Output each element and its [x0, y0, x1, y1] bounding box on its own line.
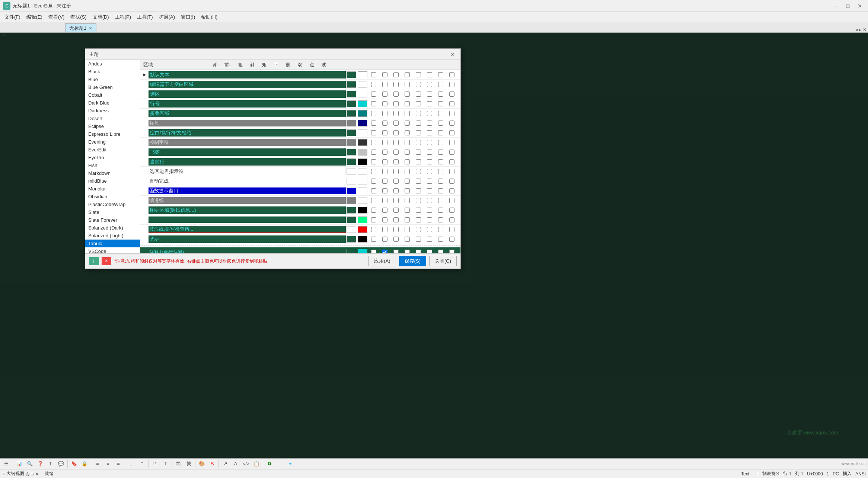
cb-double-gutter[interactable] — [425, 207, 434, 214]
dialog-close-icon[interactable]: ✕ — [449, 50, 457, 58]
close-dialog-button[interactable]: 关闭(C) — [429, 256, 457, 266]
cb-double-sel[interactable] — [425, 91, 434, 97]
cb-strike-ctrl[interactable] — [414, 139, 423, 146]
cb-rect-funcwin[interactable] — [391, 187, 401, 194]
cb-strike-selborder[interactable] — [414, 168, 423, 175]
toolbar-para[interactable]: P — [150, 459, 160, 468]
cb-wave-lineno[interactable] — [447, 100, 457, 107]
cb-strike-curline[interactable] — [414, 158, 423, 165]
theme-item-slateforever[interactable]: Slate Forever — [85, 216, 140, 224]
swatch-editorblank-bg[interactable] — [347, 81, 356, 88]
cb-wave-indent[interactable] — [447, 197, 457, 204]
toolbar-code[interactable]: </> — [241, 459, 251, 468]
cb-rect-comment1[interactable] — [391, 249, 401, 254]
toolbar-simplified[interactable]: 简 — [173, 459, 183, 468]
cb-italic-sel[interactable] — [380, 91, 390, 97]
cb-rect-waveline[interactable] — [391, 226, 401, 233]
swatch-editorblank-fg[interactable] — [358, 81, 367, 88]
swatch-gutter-fg[interactable] — [358, 207, 367, 214]
cb-dot-default[interactable] — [436, 71, 446, 78]
tab-close-button[interactable]: ✕ — [89, 26, 92, 31]
menu-doc[interactable]: 文档(D) — [90, 13, 112, 22]
menu-find[interactable]: 查找(S) — [67, 13, 89, 22]
cb-rect-editorblank[interactable] — [391, 81, 401, 88]
swatch-comment1-bg[interactable] — [347, 249, 356, 254]
theme-item-blue[interactable]: Blue — [85, 76, 140, 83]
cb-dot-gutter[interactable] — [436, 207, 446, 214]
cb-bold-ctrl[interactable] — [369, 139, 379, 146]
swatch-waveline-fg[interactable] — [358, 226, 367, 233]
menu-edit[interactable]: 编辑(E) — [23, 13, 45, 22]
cb-under-waveline[interactable] — [402, 226, 412, 233]
cb-italic-autocomplete[interactable] — [380, 178, 390, 185]
cb-bold-curline[interactable] — [369, 158, 379, 165]
cb-wave-ctrl[interactable] — [447, 139, 457, 146]
cb-bold-comment1[interactable] — [369, 249, 379, 254]
cb-double-ctrl[interactable] — [425, 139, 434, 146]
toolbar-align-left[interactable]: ≡ — [93, 459, 102, 468]
cb-wave-funcwin[interactable] — [447, 187, 457, 194]
theme-item-darkness[interactable]: Darkness — [85, 107, 140, 115]
swatch-indent-bg[interactable] — [347, 197, 356, 204]
cb-double-default[interactable] — [425, 71, 434, 78]
toolbar-align-center[interactable]: ≡ — [103, 459, 113, 468]
status-close[interactable]: ✕ — [35, 471, 39, 477]
theme-item-solarized-light[interactable]: Solarized (Light) — [85, 232, 140, 240]
save-button[interactable]: 保存(S) — [399, 256, 426, 266]
cb-under-extra[interactable] — [402, 216, 412, 223]
toolbar-search[interactable]: 🔍 — [25, 459, 35, 468]
cb-wave-waveline[interactable] — [447, 226, 457, 233]
cb-bold-funcwin[interactable] — [369, 187, 379, 194]
menu-view[interactable]: 查看(V) — [45, 13, 67, 22]
cb-under-bmark[interactable] — [402, 149, 412, 155]
cb-strike-bmark[interactable] — [414, 149, 423, 155]
theme-item-fish[interactable]: Fish — [85, 161, 140, 169]
cb-strike-fold[interactable] — [414, 110, 423, 117]
toolbar-quote-open[interactable]: „ — [127, 459, 136, 468]
swatch-selborder-bg[interactable] — [347, 168, 356, 175]
cb-dot-fold[interactable] — [436, 110, 446, 117]
toolbar-recycle[interactable]: ♻ — [265, 459, 274, 468]
cb-rect-curline[interactable] — [391, 158, 401, 165]
cb-italic-bmark[interactable] — [380, 149, 390, 155]
close-button[interactable]: ✕ — [855, 2, 865, 10]
theme-item-desert[interactable]: Desert — [85, 115, 140, 122]
cb-under-gutter[interactable] — [402, 207, 412, 214]
cb-wave-default[interactable] — [447, 71, 457, 78]
cb-bold-space[interactable] — [369, 129, 379, 136]
cb-strike-default[interactable] — [414, 71, 423, 78]
theme-item-solarized-dark[interactable]: Solarized (Dark) — [85, 224, 140, 232]
cb-bold-lineno[interactable] — [369, 100, 379, 107]
cb-wave-space[interactable] — [447, 129, 457, 136]
cb-italic-cursor[interactable] — [380, 236, 390, 243]
cb-italic-indent[interactable] — [380, 197, 390, 204]
toolbar-text[interactable]: T — [46, 459, 55, 468]
cb-under-funcwin[interactable] — [402, 187, 412, 194]
theme-item-black[interactable]: Black — [85, 68, 140, 76]
cb-bold-indent[interactable] — [369, 197, 379, 204]
cb-bold-ruler[interactable] — [369, 120, 379, 126]
cb-strike-sel[interactable] — [414, 91, 423, 97]
swatch-lineno-fg[interactable] — [358, 100, 367, 107]
cb-bold-gutter[interactable] — [369, 207, 379, 214]
swatch-waveline-bg[interactable] — [347, 226, 356, 233]
cb-bold-editorblank[interactable] — [369, 81, 379, 88]
toolbar-arrow[interactable]: → — [275, 459, 285, 468]
cb-dot-extra[interactable] — [436, 216, 446, 223]
cb-dot-ruler[interactable] — [436, 120, 446, 126]
tab-scroll-left[interactable]: ◂ — [855, 27, 858, 32]
menu-file[interactable]: 文件(F) — [1, 13, 23, 22]
theme-item-tabula[interactable]: Tabula — [85, 240, 140, 247]
cb-bold-waveline[interactable] — [369, 226, 379, 233]
theme-item-obsidian[interactable]: Obsidian — [85, 193, 140, 200]
cb-double-autocomplete[interactable] — [425, 178, 434, 185]
cb-bold-extra[interactable] — [369, 216, 379, 223]
cb-wave-selborder[interactable] — [447, 168, 457, 175]
swatch-lineno-bg[interactable] — [347, 100, 356, 107]
maximize-button[interactable]: □ — [843, 2, 853, 10]
cb-wave-curline[interactable] — [447, 158, 457, 165]
cb-wave-bmark[interactable] — [447, 149, 457, 155]
cb-double-funcwin[interactable] — [425, 187, 434, 194]
toolbar-help[interactable]: ❓ — [35, 459, 45, 468]
toolbar-cursor[interactable]: ↗ — [220, 459, 230, 468]
